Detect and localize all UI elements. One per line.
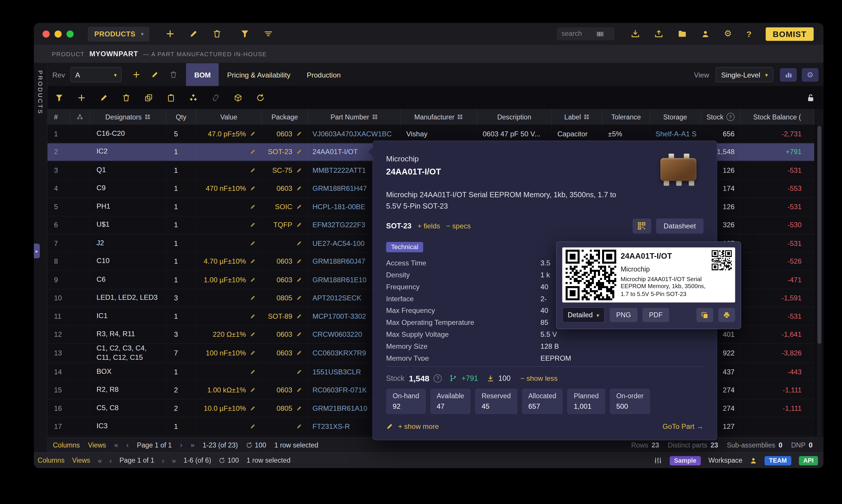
part-box-button[interactable] (234, 93, 242, 102)
edit-value-icon[interactable] (250, 368, 256, 375)
filter-list-button[interactable] (264, 30, 273, 38)
column-header-value[interactable]: Value (196, 109, 262, 125)
group-button[interactable] (189, 93, 197, 102)
paste-button[interactable] (167, 93, 175, 102)
stock-box[interactable]: On-hand92 (386, 388, 426, 414)
label-button[interactable] (632, 218, 651, 234)
edit-package-icon[interactable] (296, 423, 302, 429)
column-header-storage[interactable]: Storage (650, 109, 701, 125)
column-header-label[interactable]: Label (552, 109, 603, 125)
side-tab-products[interactable]: PRODUCTS (37, 70, 43, 115)
search-input[interactable] (560, 30, 593, 38)
edit-package-icon[interactable] (296, 149, 302, 155)
duplicate-row-button[interactable] (145, 93, 153, 102)
edit-package-icon[interactable] (296, 405, 302, 411)
edit-value-icon[interactable] (250, 331, 256, 338)
stock-box[interactable]: Planned1,001 (567, 388, 606, 414)
png-button[interactable]: PNG (610, 308, 638, 322)
column-header-manufacturer[interactable]: Manufacturer (401, 109, 477, 125)
api-badge[interactable]: API (799, 456, 818, 465)
edit-value-icon[interactable] (250, 387, 256, 393)
stock-box[interactable]: Available47 (430, 388, 471, 414)
next-page-button[interactable]: › (162, 456, 164, 465)
copy-label-button[interactable] (697, 308, 714, 322)
sidebar-expand-handle[interactable]: ▸ (34, 244, 40, 258)
column-header-package[interactable]: Package (262, 109, 308, 125)
products-menu-button[interactable]: PRODUCTS ▾ (88, 26, 149, 41)
edit-package-icon[interactable] (296, 240, 302, 246)
prev-page-button[interactable]: ‹ (109, 456, 112, 465)
filter-button[interactable] (240, 30, 249, 38)
prev-page-button[interactable]: ‹ (126, 441, 128, 449)
last-page-button[interactable]: » (172, 456, 176, 465)
edit-package-icon[interactable] (296, 167, 302, 173)
tab-production[interactable]: Production (299, 63, 349, 86)
last-page-button[interactable]: » (190, 441, 194, 449)
stock-box[interactable]: On-order500 (610, 388, 650, 414)
stock-box[interactable]: Allocated657 (522, 388, 563, 414)
edit-value-icon[interactable] (250, 240, 256, 246)
delete-rev-button[interactable] (170, 71, 177, 78)
specs-toggle[interactable]: − specs (446, 222, 471, 230)
window-close-button[interactable] (42, 30, 50, 37)
column-header-hierarchy[interactable] (70, 109, 90, 125)
team-badge[interactable]: TEAM (765, 456, 791, 465)
show-less-toggle[interactable]: − show less (521, 374, 558, 382)
edit-value-icon[interactable] (250, 277, 256, 283)
edit-package-icon[interactable] (296, 204, 302, 210)
column-header-designators[interactable]: Designators (90, 109, 166, 125)
edit-value-icon[interactable] (250, 405, 256, 411)
filter-rows-button[interactable] (55, 93, 63, 102)
edit-value-icon[interactable] (250, 258, 256, 265)
delete-row-button[interactable] (122, 93, 130, 102)
edit-package-icon[interactable] (296, 258, 302, 265)
first-page-button[interactable]: « (114, 441, 118, 449)
rev-select[interactable]: A ▾ (71, 67, 122, 82)
pdf-button[interactable]: PDF (642, 308, 669, 322)
edit-value-icon[interactable] (250, 313, 256, 319)
tab-pricing-availability[interactable]: Pricing & Availability (219, 63, 299, 86)
sliders-icon[interactable] (654, 456, 662, 464)
view-mode-select[interactable]: Single-Level ▾ (716, 67, 773, 82)
next-page-button[interactable]: › (180, 441, 182, 449)
workspace-label[interactable]: Workspace (708, 456, 742, 464)
edit-value-icon[interactable] (250, 423, 256, 429)
files-button[interactable] (678, 30, 686, 38)
edit-package-icon[interactable] (296, 277, 302, 283)
page-size-control[interactable]: 100 (219, 456, 239, 464)
label-style-select[interactable]: Detailed ▾ (562, 307, 605, 323)
category-badge[interactable]: Technical (386, 242, 423, 252)
edit-value-icon[interactable] (250, 185, 256, 192)
fields-toggle[interactable]: + fields (418, 222, 440, 230)
edit-value-icon[interactable] (250, 167, 256, 173)
delete-button[interactable] (213, 30, 221, 38)
column-header-num[interactable]: # (48, 109, 71, 125)
search-box[interactable] (557, 28, 614, 40)
edit-package-icon[interactable] (296, 387, 302, 393)
add-button[interactable] (165, 30, 174, 38)
column-header-description[interactable]: Description (477, 109, 552, 125)
edit-value-icon[interactable] (250, 295, 256, 301)
scrollbar-thumb[interactable] (818, 126, 821, 344)
edit-package-icon[interactable] (296, 368, 302, 375)
goto-part-link[interactable]: GoTo Part → (662, 422, 703, 430)
edit-value-icon[interactable] (250, 222, 256, 228)
bom-report-button[interactable] (780, 68, 797, 82)
edit-package-icon[interactable] (296, 350, 302, 356)
datasheet-button[interactable]: Datasheet (656, 218, 703, 234)
settings-gear-icon[interactable]: ⚙ (724, 30, 732, 38)
edit-package-icon[interactable] (296, 130, 302, 137)
edit-value-icon[interactable] (250, 130, 256, 137)
edit-button[interactable] (189, 30, 198, 38)
views-button[interactable]: Views (88, 441, 106, 449)
edit-package-icon[interactable] (296, 222, 302, 228)
edit-package-icon[interactable] (296, 185, 302, 192)
vertical-scrollbar[interactable] (817, 125, 822, 438)
edit-package-icon[interactable] (296, 295, 302, 301)
edit-rev-button[interactable] (151, 71, 159, 78)
stock-box[interactable]: Reserved45 (475, 388, 518, 414)
views-button[interactable]: Views (72, 456, 90, 464)
add-rev-button[interactable] (133, 71, 140, 78)
page-size-control[interactable]: 100 (246, 441, 266, 449)
workspace-badge[interactable]: Sample (670, 456, 701, 465)
